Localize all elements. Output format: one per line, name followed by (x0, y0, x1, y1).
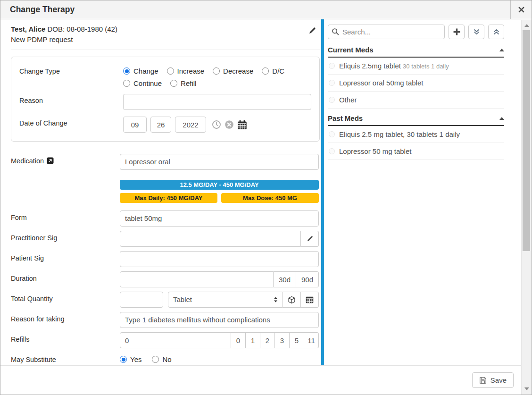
duration-input[interactable] (120, 271, 274, 287)
refills-1-button[interactable]: 1 (246, 332, 260, 348)
refills-input[interactable] (120, 332, 231, 348)
meds-panel: Current Meds Eliquis 2.5mg tablet 30 tab… (321, 19, 512, 365)
refills-5-button[interactable]: 5 (290, 332, 304, 348)
plus-icon (453, 28, 461, 36)
radio-refill-input[interactable] (170, 80, 177, 87)
clock-icon[interactable] (212, 120, 221, 129)
radio-change[interactable]: Change (123, 67, 158, 75)
quantity-unit-select[interactable]: Tablet (168, 292, 283, 308)
date-year-input[interactable] (175, 117, 206, 133)
refills-11-button[interactable]: 11 (304, 332, 319, 348)
radio-yes-input[interactable] (120, 356, 127, 363)
radio-change-input[interactable] (123, 67, 130, 75)
dose-badges: 12.5 MG/DAY - 450 MG/DAY Max Daily: 450 … (120, 180, 319, 203)
calculator-grid-icon (306, 296, 314, 303)
save-button[interactable]: Save (472, 372, 514, 388)
vertical-scrollbar[interactable] (521, 20, 532, 395)
patient-subtitle: New PDMP request (11, 35, 320, 43)
radio-yes[interactable]: Yes (120, 355, 141, 363)
select-arrows-icon (274, 296, 278, 303)
triangle-up-icon (524, 24, 529, 27)
date-month-input[interactable] (123, 117, 147, 133)
radio-dc-input[interactable] (262, 67, 269, 75)
calendar-icon[interactable] (237, 120, 247, 130)
external-link-square-icon[interactable] (47, 157, 54, 164)
search-icon (332, 28, 339, 35)
scroll-down-arrow[interactable] (522, 384, 532, 394)
collapse-all-button[interactable] (488, 25, 504, 39)
med-radio[interactable] (329, 148, 335, 154)
medication-textarea[interactable]: Lopressor oral (120, 154, 319, 170)
double-chevron-up-icon (493, 28, 500, 35)
caret-up-icon[interactable] (499, 117, 504, 120)
may-substitute-radio-group: Yes No (120, 353, 319, 363)
radio-no[interactable]: No (152, 355, 171, 363)
practitioner-sig-edit-button[interactable] (301, 231, 319, 247)
scrollbar-thumb[interactable] (523, 30, 530, 251)
triangle-down-icon (524, 387, 529, 390)
refills-2-button[interactable]: 2 (260, 332, 275, 348)
edit-pencil-icon[interactable] (308, 27, 316, 34)
med-radio[interactable] (329, 131, 335, 137)
med-item-lopressor-current[interactable]: Lopressor oral 50mg tablet (328, 75, 504, 92)
form-textarea[interactable]: tablet 50mg (120, 210, 319, 227)
past-meds-title: Past Meds (328, 114, 363, 122)
date-day-input[interactable] (150, 117, 171, 133)
med-item-eliquis-current[interactable]: Eliquis 2.5mg tablet 30 tablets 1 daily (328, 58, 504, 75)
reason-textarea[interactable] (123, 94, 311, 110)
add-med-button[interactable] (449, 25, 465, 39)
med-item-other[interactable]: Other (328, 92, 504, 109)
expand-all-button[interactable] (468, 25, 484, 39)
radio-increase[interactable]: Increase (167, 67, 205, 75)
save-floppy-icon (479, 377, 487, 384)
current-meds-title: Current Meds (328, 46, 374, 54)
med-detail: 30 tablets 1 daily (403, 63, 449, 70)
modal-header: Change Therapy (0, 0, 532, 19)
modal-body: Test, Alice DOB: 08-08-1980 (42) New PDM… (0, 19, 532, 365)
caret-up-icon[interactable] (499, 49, 504, 51)
patient-name: Test, Alice (11, 25, 45, 33)
dispense-unit-button[interactable] (283, 292, 301, 308)
med-item-lopressor-past[interactable]: Lopressor 50 mg tablet (328, 143, 504, 160)
radio-continue-input[interactable] (123, 80, 130, 87)
refills-label: Refills (11, 336, 29, 343)
change-type-label: Change Type (19, 65, 123, 87)
radio-continue[interactable]: Continue (123, 79, 162, 87)
total-quantity-input[interactable] (120, 292, 163, 308)
modal-title: Change Therapy (0, 0, 510, 19)
radio-decrease-input[interactable] (213, 67, 220, 75)
max-dose-badge: Max Dose: 450 MG (221, 193, 319, 203)
refills-3-button[interactable]: 3 (275, 332, 290, 348)
date-of-change-label: Date of Change (19, 117, 123, 133)
radio-decrease[interactable]: Decrease (213, 67, 253, 75)
duration-30d-button[interactable]: 30d (274, 271, 296, 287)
radio-dc[interactable]: D/C (262, 67, 284, 75)
quantity-calculator-button[interactable] (301, 292, 319, 308)
med-radio[interactable] (329, 97, 335, 103)
med-radio[interactable] (329, 63, 335, 69)
reason-for-taking-textarea[interactable]: Type 1 diabetes mellitus without complic… (120, 312, 319, 328)
cube-icon (288, 296, 296, 304)
med-radio[interactable] (329, 80, 335, 86)
close-button[interactable] (510, 0, 532, 19)
medication-label: Medication (11, 157, 44, 165)
practitioner-sig-textarea[interactable] (120, 231, 301, 247)
change-panel: Change Type Change Increase Decrease D/C… (11, 57, 320, 142)
scroll-up-arrow[interactable] (522, 21, 532, 30)
duration-90d-button[interactable]: 90d (296, 271, 319, 287)
refills-0-button[interactable]: 0 (231, 332, 246, 348)
clear-circle-icon[interactable] (224, 120, 234, 129)
radio-refill[interactable]: Refill (170, 79, 196, 87)
radio-no-input[interactable] (152, 356, 159, 363)
reason-for-taking-label: Reason for taking (11, 315, 65, 323)
current-meds-header: Current Meds (328, 46, 504, 58)
patient-sig-input[interactable] (120, 251, 319, 267)
practitioner-sig-label: Practitioner Sig (11, 234, 57, 242)
change-therapy-modal: Change Therapy Test, Alice DOB: 08-08-19… (0, 0, 532, 395)
radio-increase-input[interactable] (167, 67, 174, 75)
med-item-eliquis-past[interactable]: Eliquis 2.5 mg tablet, 30 tablets 1 dail… (328, 126, 504, 143)
total-quantity-label: Total Quantity (11, 295, 53, 303)
change-type-radio-group: Change Increase Decrease D/C Continue Re… (123, 65, 311, 87)
meds-search-input[interactable] (328, 25, 445, 39)
reason-label: Reason (19, 94, 123, 110)
